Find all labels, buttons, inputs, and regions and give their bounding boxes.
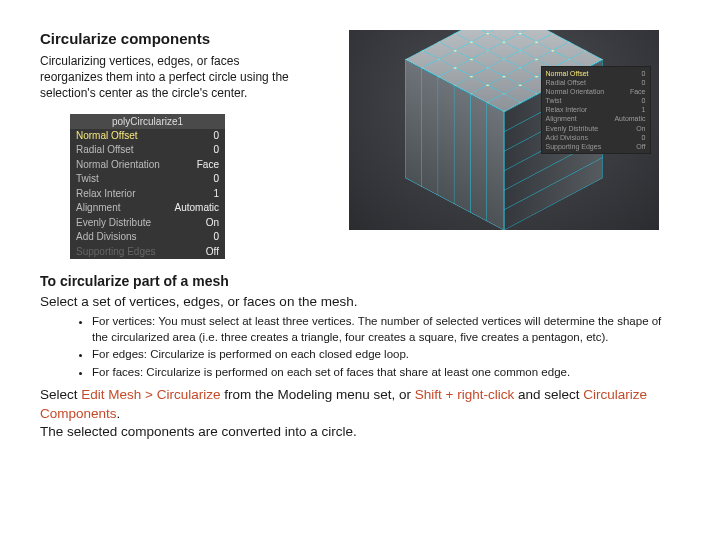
page-title: Circularize components	[40, 30, 305, 47]
panel-row: Normal Offset0	[70, 129, 225, 144]
result-text: The selected components are converted in…	[40, 423, 680, 441]
hud-panel: Normal Offset0Radial Offset0Normal Orien…	[541, 66, 651, 154]
panel-row: Radial Offset0	[70, 143, 225, 158]
panel-row: Twist0	[70, 172, 225, 187]
bullet-item: For edges: Circularize is performed on e…	[92, 347, 680, 363]
menu-instruction: Select Edit Mesh > Circularize from the …	[40, 386, 680, 422]
panel-rows: Normal Offset0Radial Offset0Normal Orien…	[70, 129, 225, 260]
panel-row: Supporting EdgesOff	[70, 245, 225, 260]
viewport-illustration: Normal Offset0Radial Offset0Normal Orien…	[349, 30, 659, 230]
bullet-item: For vertices: You must select at least t…	[92, 314, 680, 345]
bullet-list: For vertices: You must select at least t…	[40, 314, 680, 380]
panel-row: Relax Interior1	[70, 187, 225, 202]
intro-text: Circularizing vertices, edges, or faces …	[40, 53, 305, 102]
shortcut: Shift + right-click	[415, 387, 514, 402]
bullet-item: For faces: Circularize is performed on e…	[92, 365, 680, 381]
attribute-panel: polyCircularize1 Normal Offset0Radial Of…	[70, 114, 225, 260]
subtitle: To circularize part of a mesh	[40, 273, 680, 289]
panel-row: Add Divisions0	[70, 230, 225, 245]
panel-row: AlignmentAutomatic	[70, 201, 225, 216]
panel-title: polyCircularize1	[70, 114, 225, 129]
menu-path: Edit Mesh > Circularize	[81, 387, 220, 402]
panel-row: Evenly DistributeOn	[70, 216, 225, 231]
panel-row: Normal OrientationFace	[70, 158, 225, 173]
step-select: Select a set of vertices, edges, or face…	[40, 293, 680, 311]
